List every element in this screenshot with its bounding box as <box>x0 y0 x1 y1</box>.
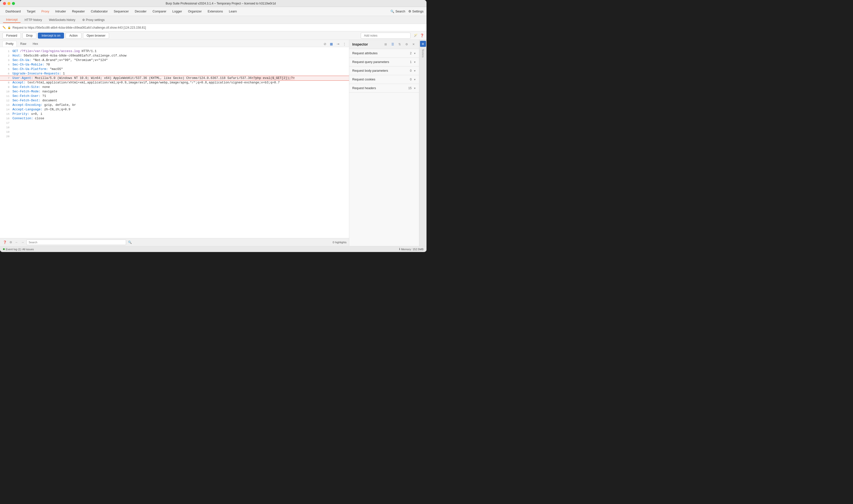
inspector-section-query-params: Request query parameters 1 ▼ <box>349 58 419 67</box>
add-notes-input[interactable] <box>361 33 411 39</box>
bottom-bar: ❓ ⚙ ← → 🔍 0 highlights <box>0 238 349 246</box>
subnav-proxy-settings[interactable]: ⚙ Proxy settings <box>79 17 108 23</box>
indent-icon[interactable]: ⇥ <box>336 41 340 46</box>
menu-item-sequencer[interactable]: Sequencer <box>111 9 131 14</box>
code-line-8: 8 Accept: text/html,application/xhtml+xm… <box>0 80 349 85</box>
code-line-18: 18 <box>0 125 349 130</box>
word-wrap-icon[interactable]: ▦ <box>329 41 334 46</box>
code-line-13: 13 Accept-Encoding: gzip, deflate, br <box>0 103 349 107</box>
inspector-section-header-request-attributes[interactable]: Request attributes 2 ▼ <box>349 49 419 57</box>
menu-item-collaborator[interactable]: Collaborator <box>88 9 110 14</box>
action-button[interactable]: Action <box>66 33 81 39</box>
editor-toolbar-icons: ⊘ ▦ ⇥ ⋮ <box>323 41 346 46</box>
event-log-label[interactable]: Event log (1) <box>6 248 21 251</box>
inspector-section-header-body-params[interactable]: Request body parameters 0 ▼ <box>349 67 419 75</box>
code-line-10: 10 Sec-Fetch-Mode: navigate <box>0 89 349 94</box>
code-editor[interactable]: 1 GET /?file=/var/log/nginx/access.log H… <box>0 47 349 238</box>
search-label: Search <box>395 10 405 13</box>
forward-button[interactable]: Forward <box>2 33 21 39</box>
request-url: Request to https://56e5cc86-a6b4-4cba-b9… <box>13 26 146 30</box>
intercept-button[interactable]: Intercept is on <box>38 33 64 39</box>
side-tab-notes-label[interactable]: Notes <box>421 47 426 60</box>
menu-item-organizer[interactable]: Organizer <box>185 9 204 14</box>
menu-item-logger[interactable]: Logger <box>170 9 184 14</box>
code-line-6: 6 Upgrade-Insecure-Requests: 1 <box>0 71 349 76</box>
main-content: Pretty Raw Hex ⊘ ▦ ⇥ ⋮ 1 GET /?file=/var… <box>0 40 427 246</box>
settings-button[interactable]: ⚙ Settings <box>408 10 424 13</box>
menu-items: Dashboard Target Proxy Intruder Repeater… <box>3 9 239 14</box>
menu-item-decoder[interactable]: Decoder <box>132 9 149 14</box>
inspector-section-header-cookies[interactable]: Request cookies 0 ▼ <box>349 75 419 84</box>
forward-nav-icon[interactable]: → <box>20 240 25 245</box>
inspector-section-headers: Request headers 15 ▼ <box>349 84 419 93</box>
all-issues-label[interactable]: All issues <box>22 248 34 251</box>
subnav-websockets-history[interactable]: WebSockets history <box>46 17 78 23</box>
search-submit-icon[interactable]: 🔍 <box>127 240 132 245</box>
settings-circle-icon[interactable]: ⚙ <box>8 240 13 245</box>
tab-raw[interactable]: Raw <box>17 41 29 47</box>
menu-item-target[interactable]: Target <box>24 9 38 14</box>
code-line-16: 16 Connection: close <box>0 116 349 121</box>
help-circle-icon[interactable]: ❓ <box>2 240 7 245</box>
no-wrap-icon[interactable]: ⊘ <box>323 41 327 46</box>
inspector-title: Inspector <box>352 42 381 46</box>
menu-right: 🔍 Search ⚙ Settings <box>390 10 424 13</box>
drop-button[interactable]: Drop <box>22 33 36 39</box>
inspector-section-cookies: Request cookies 0 ▼ <box>349 75 419 84</box>
menu-item-comparer[interactable]: Comparer <box>150 9 169 14</box>
code-line-20: 20 <box>0 134 349 139</box>
menu-item-intruder[interactable]: Intruder <box>53 9 69 14</box>
code-line-17: 17 <box>0 121 349 125</box>
code-line-11: 11 Sec-Fetch-User: ?1 <box>0 94 349 98</box>
info-icon: ℹ <box>399 248 400 251</box>
section-label-query-params: Request query parameters <box>352 60 410 64</box>
subnav-intercept[interactable]: Intercept <box>3 17 21 23</box>
event-log-dot <box>3 248 5 250</box>
search-icon: 🔍 <box>390 10 394 13</box>
chevron-request-attributes: ▼ <box>413 52 416 55</box>
menu-item-proxy[interactable]: Proxy <box>39 9 52 14</box>
bottom-left: ❓ ⚙ ← → 🔍 <box>2 239 132 245</box>
config-icon[interactable]: ⚙ <box>404 42 409 47</box>
editor-pane: Pretty Raw Hex ⊘ ▦ ⇥ ⋮ 1 GET /?file=/var… <box>0 40 349 246</box>
search-input[interactable] <box>26 239 126 245</box>
menu-item-dashboard[interactable]: Dashboard <box>3 9 23 14</box>
side-tab-inspector[interactable]: ⊞ <box>420 41 426 47</box>
grid-icon[interactable]: ⊞ <box>383 42 388 47</box>
inspector-section-body-params: Request body parameters 0 ▼ <box>349 67 419 75</box>
highlights-count: 0 highlights <box>333 241 346 244</box>
status-right: ℹ Memory: 152.5MB <box>399 248 424 251</box>
sub-nav: Intercept HTTP history WebSockets histor… <box>0 16 427 24</box>
search-button[interactable]: 🔍 Search <box>390 10 405 13</box>
code-line-7: 7 User-Agent: Mozilla/5.0 (Windows NT 10… <box>0 76 349 80</box>
code-line-12: 12 Sec-Fetch-Dest: document <box>0 98 349 103</box>
close-inspector-icon[interactable]: ✕ <box>411 42 416 47</box>
code-line-19: 19 <box>0 130 349 134</box>
list-icon[interactable]: ☰ <box>390 42 395 47</box>
menu-item-extensions[interactable]: Extensions <box>205 9 226 14</box>
inspector-section-header-headers[interactable]: Request headers 15 ▼ <box>349 84 419 92</box>
tab-pretty[interactable]: Pretty <box>2 41 17 47</box>
code-line-4: 4 Sec-Ch-Ua-Mobile: ?0 <box>0 62 349 67</box>
more-icon[interactable]: ⋮ <box>342 41 346 46</box>
inspector-pane: Inspector ⊞ ☰ ⇅ ⚙ ✕ Request attributes 2… <box>349 40 419 246</box>
section-label-cookies: Request cookies <box>352 78 410 81</box>
section-count-body-params: 0 <box>410 69 411 72</box>
inspector-section-header-query-params[interactable]: Request query parameters 1 ▼ <box>349 58 419 66</box>
back-icon[interactable]: ← <box>15 240 19 245</box>
inspector-body: Request attributes 2 ▼ Request query par… <box>349 49 419 246</box>
menu-item-repeater[interactable]: Repeater <box>70 9 87 14</box>
code-line-3: 3 Sec-Ch-Ua: "Not-A.Brand";v="99", "Chro… <box>0 58 349 62</box>
tab-hex[interactable]: Hex <box>30 41 41 47</box>
section-label-headers: Request headers <box>352 86 408 90</box>
menu-item-learn[interactable]: Learn <box>227 9 239 14</box>
open-browser-button[interactable]: Open browser <box>83 33 109 39</box>
maximize-button[interactable] <box>12 2 15 5</box>
close-button[interactable] <box>3 2 6 5</box>
menu-bar: Dashboard Target Proxy Intruder Repeater… <box>0 7 427 16</box>
minimize-button[interactable] <box>7 2 11 5</box>
sort-icon[interactable]: ⇅ <box>397 42 402 47</box>
inspector-section-request-attributes: Request attributes 2 ▼ <box>349 49 419 58</box>
code-line-1: 1 GET /?file=/var/log/nginx/access.log H… <box>0 49 349 54</box>
subnav-http-history[interactable]: HTTP history <box>22 17 45 23</box>
